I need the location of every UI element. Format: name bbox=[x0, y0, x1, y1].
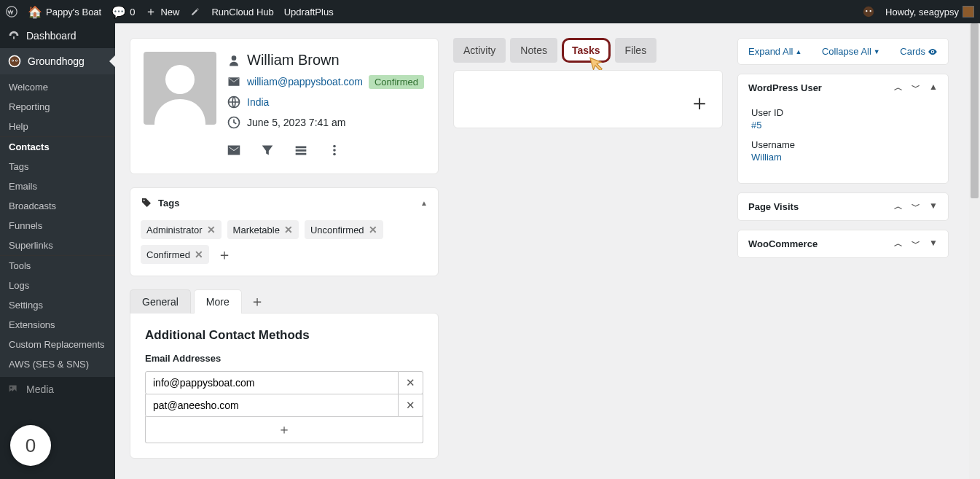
sidebar-sub-custom-replacements[interactable]: Custom Replacements bbox=[0, 335, 115, 354]
sidebar-item-dashboard[interactable]: Dashboard bbox=[0, 23, 115, 48]
sidebar-dashboard-label: Dashboard bbox=[26, 30, 77, 42]
sidebar-sub-extensions[interactable]: Extensions bbox=[0, 315, 115, 335]
sidebar-media-label: Media bbox=[26, 383, 54, 395]
action-list[interactable] bbox=[291, 140, 311, 160]
sidebar-sub-tags[interactable]: Tags bbox=[0, 157, 115, 176]
howdy-link[interactable]: Howdy, seagypsy bbox=[885, 6, 974, 17]
sidebar-item-media[interactable]: Media bbox=[0, 377, 115, 402]
panel-wp-user-header[interactable]: WordPress User ︿ ﹀ ▲ bbox=[738, 74, 948, 101]
tag-chip[interactable]: Confirmed✕ bbox=[141, 245, 209, 264]
svg-point-5 bbox=[9, 56, 19, 66]
edit-icon[interactable] bbox=[189, 6, 201, 17]
scrollbar-thumb[interactable] bbox=[971, 23, 979, 198]
svg-point-14 bbox=[333, 149, 336, 152]
site-name[interactable]: 🏠Pappy's Boat bbox=[28, 5, 101, 19]
sidebar-item-groundhogg[interactable]: Groundhogg bbox=[0, 48, 115, 74]
add-email-button[interactable]: ＋ bbox=[145, 416, 423, 443]
sidebar-sub-funnels[interactable]: Funnels bbox=[0, 216, 115, 235]
tab-general[interactable]: General bbox=[130, 289, 191, 314]
clock-icon bbox=[227, 115, 241, 130]
svg-point-10 bbox=[165, 65, 195, 94]
comments-link[interactable]: 💬0 bbox=[111, 5, 135, 19]
contact-email-link[interactable]: william@pappysboat.com bbox=[247, 76, 363, 87]
svg-point-3 bbox=[870, 10, 871, 12]
beacon-bubble[interactable]: 0 bbox=[10, 425, 51, 466]
user-id-value[interactable]: #5 bbox=[751, 120, 935, 131]
chip-remove-icon[interactable]: ✕ bbox=[369, 224, 377, 235]
new-link[interactable]: ＋New bbox=[145, 4, 179, 20]
sidebar-sub-logs[interactable]: Logs bbox=[0, 276, 115, 295]
panel-woocommerce-header[interactable]: WooCommerce ︿ ﹀ ▼ bbox=[738, 230, 948, 257]
mid-tab-files[interactable]: Files bbox=[615, 38, 657, 63]
mid-tab-tasks[interactable]: Tasks bbox=[562, 38, 611, 63]
panel-up-icon[interactable]: ︿ bbox=[894, 200, 903, 213]
person-icon bbox=[227, 53, 241, 68]
svg-point-2 bbox=[866, 10, 867, 12]
svg-point-17 bbox=[932, 50, 933, 52]
contact-avatar bbox=[144, 52, 216, 125]
panel-up-icon[interactable]: ︿ bbox=[894, 82, 903, 94]
tag-chip[interactable]: Marketable✕ bbox=[227, 220, 299, 239]
tags-card-header[interactable]: Tags ▲ bbox=[130, 188, 438, 217]
svg-point-0 bbox=[7, 7, 17, 17]
chip-remove-icon[interactable]: ✕ bbox=[195, 249, 203, 260]
mid-tab-notes[interactable]: Notes bbox=[510, 38, 557, 63]
panel-down-icon[interactable]: ﹀ bbox=[912, 238, 920, 250]
panel-caret-icon[interactable]: ▼ bbox=[929, 200, 938, 213]
add-tab-button[interactable]: ＋ bbox=[248, 292, 267, 311]
adminbar-link-runcloud[interactable]: RunCloud Hub bbox=[211, 7, 273, 17]
svg-point-13 bbox=[333, 145, 336, 148]
email-icon bbox=[227, 74, 241, 89]
sidebar-sub-reporting[interactable]: Reporting bbox=[0, 97, 115, 117]
wp-user-title: WordPress User bbox=[748, 82, 822, 93]
scrollbar-track[interactable] bbox=[969, 23, 980, 479]
email-input[interactable] bbox=[145, 371, 399, 394]
remove-email-button[interactable]: ✕ bbox=[399, 394, 423, 417]
sidebar-sub-superlinks[interactable]: Superlinks bbox=[0, 235, 115, 255]
page-visits-title: Page Visits bbox=[748, 201, 799, 212]
tag-chip[interactable]: Unconfirmed✕ bbox=[305, 220, 383, 239]
sidebar-sub-contacts[interactable]: Contacts bbox=[0, 137, 115, 157]
action-more[interactable] bbox=[324, 140, 345, 160]
add-tag-button[interactable]: ＋ bbox=[215, 245, 234, 264]
chip-remove-icon[interactable]: ✕ bbox=[284, 224, 293, 235]
add-task-button[interactable]: ＋ bbox=[689, 88, 710, 118]
adminbar-link-updraft[interactable]: UpdraftPlus bbox=[284, 7, 334, 17]
sidebar-sub-aws[interactable]: AWS (SES & SNS) bbox=[0, 354, 115, 374]
collapse-all-link[interactable]: Collapse All▼ bbox=[822, 46, 880, 57]
caret-up-icon: ▲ bbox=[420, 199, 428, 207]
sidebar-sub-settings[interactable]: Settings bbox=[0, 295, 115, 315]
panel-down-icon[interactable]: ﹀ bbox=[912, 200, 920, 213]
panel-down-icon[interactable]: ﹀ bbox=[912, 82, 920, 94]
mid-tab-activity[interactable]: Activity bbox=[453, 38, 506, 63]
panel-page-visits-header[interactable]: Page Visits ︿ ﹀ ▼ bbox=[738, 193, 948, 220]
eye-icon bbox=[928, 47, 938, 57]
sidebar-sub-welcome[interactable]: Welcome bbox=[0, 77, 115, 97]
contact-name: William Brown bbox=[247, 52, 340, 69]
gh-small-icon[interactable] bbox=[862, 5, 875, 18]
action-email[interactable] bbox=[224, 140, 244, 160]
contact-methods-title: Additional Contact Methods bbox=[145, 328, 423, 343]
sidebar-sub-broadcasts[interactable]: Broadcasts bbox=[0, 196, 115, 216]
panel-up-icon[interactable]: ︿ bbox=[894, 238, 903, 250]
sidebar-sub-tools[interactable]: Tools bbox=[0, 256, 115, 276]
tag-chip[interactable]: Administrator✕ bbox=[141, 220, 222, 239]
contact-location-link[interactable]: India bbox=[247, 96, 269, 108]
status-badge: Confirmed bbox=[369, 75, 424, 89]
expand-all-link[interactable]: Expand All▲ bbox=[748, 46, 801, 57]
email-input[interactable] bbox=[145, 394, 399, 417]
cards-link[interactable]: Cards bbox=[900, 46, 938, 57]
chip-remove-icon[interactable]: ✕ bbox=[207, 224, 216, 235]
wp-logo-icon[interactable] bbox=[6, 6, 17, 17]
tab-more[interactable]: More bbox=[194, 289, 242, 314]
action-filter[interactable] bbox=[257, 140, 278, 160]
sidebar-sub-emails[interactable]: Emails bbox=[0, 176, 115, 196]
svg-point-15 bbox=[333, 153, 336, 156]
username-value[interactable]: William bbox=[751, 152, 935, 163]
sidebar-sub-help[interactable]: Help bbox=[0, 117, 115, 136]
sidebar-active-label: Groundhogg bbox=[28, 55, 85, 67]
svg-point-16 bbox=[144, 200, 145, 201]
panel-caret-icon[interactable]: ▲ bbox=[929, 82, 938, 94]
remove-email-button[interactable]: ✕ bbox=[399, 371, 423, 394]
panel-caret-icon[interactable]: ▼ bbox=[929, 238, 938, 250]
